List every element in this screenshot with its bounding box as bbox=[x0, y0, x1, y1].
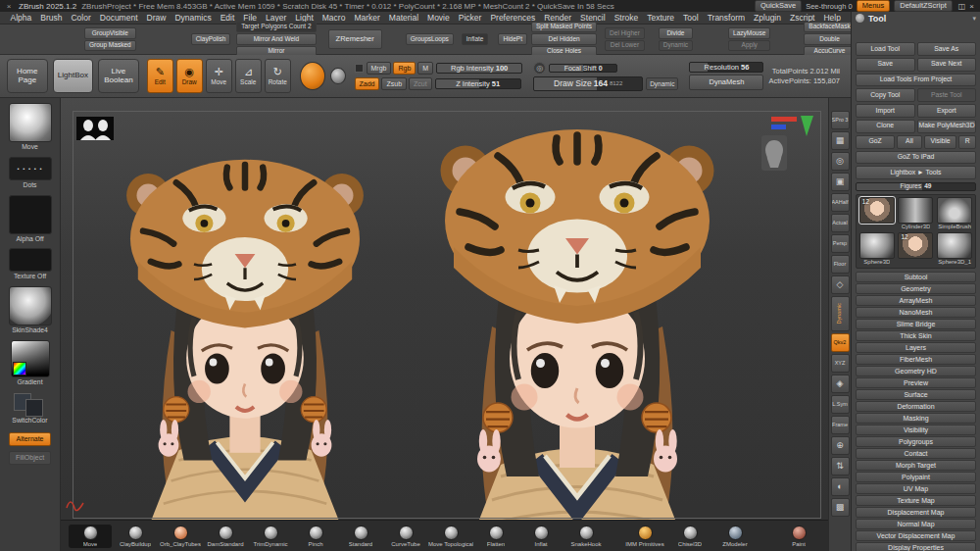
menu-item[interactable]: Draw bbox=[142, 13, 171, 23]
draw-size-slider[interactable]: Draw Size 164 8122 bbox=[533, 76, 643, 91]
shelf-button[interactable]: Group Masked bbox=[84, 40, 136, 52]
menu-item[interactable]: Zplugin bbox=[750, 13, 786, 23]
mode-button[interactable]: ⊿ Scale bbox=[235, 59, 262, 93]
quicksave-button[interactable]: QuickSave bbox=[755, 0, 802, 12]
default-zscript-button[interactable]: DefaultZScript bbox=[894, 0, 953, 12]
shelf-button[interactable]: Dynamic bbox=[659, 40, 693, 52]
subpalette-header[interactable]: Displacement Map bbox=[856, 507, 976, 518]
subpalette-header[interactable]: Surface bbox=[856, 389, 976, 400]
paint-mode-toggle[interactable]: M bbox=[417, 62, 433, 75]
right-shelf-button[interactable]: Dynamic bbox=[831, 296, 850, 331]
brush-thumbnail[interactable]: Flatten bbox=[474, 525, 517, 548]
home-page-button[interactable]: Home Page bbox=[7, 59, 48, 93]
collapse-caret-icon[interactable]: ▾ bbox=[972, 15, 976, 23]
tool-button[interactable]: Paste Tool bbox=[917, 88, 977, 102]
sculpt-viewport[interactable]: Move ClayBuildup Orb_ClayTubes D bbox=[61, 98, 828, 551]
mode-button[interactable]: ↻ Rotate bbox=[265, 59, 291, 93]
palette-item[interactable]: Alpha Off bbox=[9, 195, 52, 243]
brush-thumbnail[interactable]: Move bbox=[69, 525, 112, 548]
lightbox-button[interactable]: LightBox bbox=[53, 59, 94, 93]
rgb-intensity-slider[interactable]: Rgb Intensity 100 bbox=[436, 63, 522, 74]
tool-inventory-item[interactable]: Sphere3D_1 bbox=[936, 232, 973, 266]
subpalette-header[interactable]: Polygroups bbox=[856, 436, 976, 447]
brush-thumbnail[interactable]: SnakeHook bbox=[564, 525, 608, 548]
subpalette-header[interactable]: Display Properties bbox=[856, 542, 976, 551]
brush-thumbnail[interactable]: Move Topological bbox=[429, 525, 472, 548]
tool-button[interactable]: Save Next bbox=[917, 58, 977, 72]
tool-inventory-item[interactable]: Sphere3D bbox=[858, 232, 896, 266]
right-shelf-button[interactable]: ⇅ bbox=[831, 457, 850, 476]
right-shelf-button[interactable]: SPro 3 bbox=[831, 111, 850, 129]
palette-item[interactable]: Move bbox=[9, 103, 52, 151]
focal-shift-slider[interactable]: Focal Shift 0 bbox=[549, 64, 617, 73]
subpalette-header[interactable]: Geometry bbox=[856, 283, 976, 294]
menu-item[interactable]: Picker bbox=[454, 13, 486, 23]
menu-item[interactable]: Marker bbox=[350, 13, 384, 23]
right-shelf-button[interactable]: ◎ bbox=[831, 152, 850, 171]
subpalette-header[interactable]: Subtool bbox=[856, 272, 976, 282]
menu-item[interactable]: Color bbox=[67, 13, 95, 23]
subpalette-header[interactable]: Polypaint bbox=[856, 472, 976, 482]
subpalette-header[interactable]: Slime Bridge bbox=[856, 319, 976, 329]
subpalette-header[interactable]: FiberMesh bbox=[856, 354, 976, 365]
dynamesh-button[interactable]: DynaMesh bbox=[689, 75, 763, 90]
right-shelf-button[interactable]: ◈ bbox=[831, 375, 850, 393]
subpalette-header[interactable]: Masking bbox=[856, 413, 976, 424]
sculpt-mode-toggle[interactable]: Zadd bbox=[355, 77, 380, 90]
shelf-button[interactable]: Split Masked Points bbox=[531, 22, 597, 33]
tool-button[interactable]: Load Tools From Project bbox=[856, 74, 976, 87]
menu-item[interactable]: Brush bbox=[36, 13, 67, 23]
active-brush-preview-icon[interactable] bbox=[300, 62, 325, 90]
mode-button[interactable]: ◉ Draw bbox=[176, 59, 203, 93]
subpalette-header[interactable]: Contact bbox=[856, 448, 976, 459]
mode-button[interactable]: ✛ Move bbox=[206, 59, 232, 93]
menu-item[interactable]: Alpha bbox=[6, 13, 36, 23]
menu-item[interactable]: Stroke bbox=[610, 13, 643, 23]
subpalette-header[interactable]: Geometry HD bbox=[856, 366, 976, 376]
shelf-button[interactable]: Target Polygons Count 2 bbox=[236, 22, 316, 33]
right-shelf-button[interactable]: ⊕ bbox=[831, 436, 850, 455]
right-shelf-button[interactable]: ◇ bbox=[831, 276, 850, 294]
menu-item[interactable]: Edit bbox=[216, 13, 239, 23]
right-shelf-button[interactable]: AAHalf bbox=[831, 193, 850, 212]
palette-item[interactable]: Gradient bbox=[11, 340, 50, 386]
subpalette-header[interactable]: Deformation bbox=[856, 401, 976, 412]
brush-thumbnail[interactable]: Pinch bbox=[294, 525, 337, 548]
paint-tool-thumbnail[interactable]: Paint bbox=[777, 525, 820, 548]
tool-inventory-item[interactable]: 12 bbox=[858, 197, 896, 230]
subpalette-header[interactable]: Preview bbox=[856, 377, 976, 388]
shelf-button[interactable]: Inflate bbox=[462, 33, 489, 45]
mode-button[interactable]: ✎ Edit bbox=[147, 59, 173, 93]
right-shelf-button[interactable]: ▩ bbox=[831, 498, 850, 517]
menu-item[interactable]: Material bbox=[384, 13, 422, 23]
subpalette-header[interactable]: Texture Map bbox=[856, 495, 976, 506]
shelf-button[interactable]: ZRemesher bbox=[328, 29, 382, 49]
resolution-slider[interactable]: Resolution 56 bbox=[689, 62, 763, 73]
right-shelf-button[interactable]: Floor bbox=[831, 255, 850, 274]
tool-inventory-item[interactable]: SimpleBrush bbox=[936, 197, 973, 230]
window-control-icon[interactable]: × bbox=[967, 2, 976, 11]
shelf-button[interactable]: ClayPolish bbox=[191, 33, 231, 45]
menu-item[interactable]: Movie bbox=[423, 13, 455, 23]
shelf-button[interactable]: BackfaceMask bbox=[804, 22, 855, 33]
palette-item[interactable]: SkinShade4 bbox=[9, 286, 52, 334]
shelf-button[interactable]: Del Higher bbox=[605, 27, 645, 39]
menus-button[interactable]: Menus bbox=[857, 0, 891, 12]
palette-item[interactable]: SwitchColor bbox=[11, 392, 50, 425]
brush-thumbnail[interactable]: Standard bbox=[339, 525, 382, 548]
menu-item[interactable]: Tool bbox=[679, 13, 704, 23]
right-shelf-button[interactable]: L.Sym bbox=[831, 395, 850, 414]
shelf-button[interactable]: GroupsLoops bbox=[406, 33, 454, 45]
paint-mode-toggle[interactable]: Rgb bbox=[393, 62, 416, 75]
tool-button[interactable]: Save As bbox=[917, 42, 977, 56]
palette-item[interactable]: FillObject bbox=[9, 449, 51, 465]
brush-thumbnail[interactable]: DamStandard bbox=[204, 525, 247, 548]
brush-thumbnail[interactable]: CurveTube bbox=[384, 525, 427, 548]
material-sphere-icon[interactable] bbox=[330, 68, 346, 84]
shelf-button[interactable]: Divide bbox=[659, 27, 693, 39]
sculpt-mode-toggle[interactable]: Zsub bbox=[381, 77, 407, 90]
tool-button[interactable]: R bbox=[958, 135, 976, 149]
see-through-slider[interactable]: See-through 0 bbox=[806, 2, 853, 11]
figures-slider[interactable]: Figures 49 bbox=[856, 182, 976, 191]
palette-item[interactable]: Alternate bbox=[9, 430, 50, 446]
